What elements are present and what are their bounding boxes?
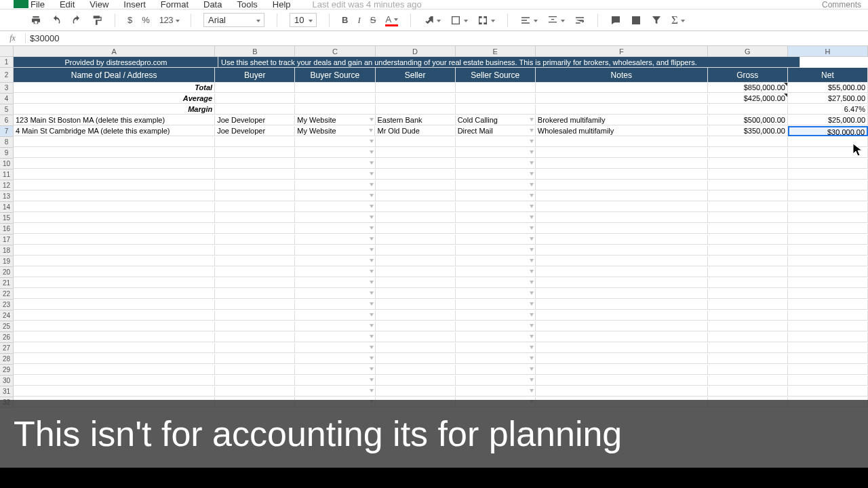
- cell[interactable]: Seller Source: [456, 68, 536, 83]
- strikethrough-button[interactable]: S: [370, 15, 376, 25]
- cell[interactable]: [14, 321, 215, 331]
- cell[interactable]: [14, 202, 215, 212]
- cell[interactable]: [376, 213, 456, 223]
- cell[interactable]: [708, 180, 788, 190]
- cell[interactable]: [295, 386, 375, 396]
- cell[interactable]: [215, 256, 295, 266]
- cell[interactable]: [788, 159, 868, 169]
- cell[interactable]: [376, 321, 456, 331]
- text-color-button[interactable]: A: [385, 14, 398, 26]
- dropdown-icon[interactable]: [530, 150, 534, 154]
- cell[interactable]: [708, 104, 788, 115]
- dropdown-icon[interactable]: [370, 389, 374, 392]
- cell[interactable]: [708, 235, 788, 245]
- cell[interactable]: [708, 137, 788, 147]
- italic-button[interactable]: I: [357, 15, 360, 26]
- cell[interactable]: [215, 332, 295, 342]
- menu-file[interactable]: File: [31, 0, 45, 9]
- row-header[interactable]: 7: [0, 126, 14, 137]
- cell[interactable]: [708, 365, 788, 375]
- cell[interactable]: [456, 310, 536, 321]
- cell[interactable]: [295, 300, 375, 310]
- row-header[interactable]: 15: [0, 213, 14, 224]
- cell[interactable]: [295, 202, 375, 212]
- cell[interactable]: [788, 332, 868, 342]
- cell[interactable]: $350,000.00: [708, 126, 788, 136]
- cell[interactable]: [456, 300, 536, 310]
- cell[interactable]: Margin: [14, 104, 215, 115]
- cell[interactable]: [376, 83, 456, 93]
- borders-icon[interactable]: [450, 15, 468, 26]
- dropdown-icon[interactable]: [530, 118, 534, 121]
- cell[interactable]: [376, 300, 456, 310]
- cell[interactable]: [376, 148, 456, 158]
- cell[interactable]: [295, 256, 375, 266]
- cell[interactable]: [14, 180, 215, 190]
- cell[interactable]: [295, 191, 375, 201]
- row-header[interactable]: 27: [0, 343, 14, 354]
- menu-tools[interactable]: Tools: [237, 0, 257, 9]
- dropdown-icon[interactable]: [530, 161, 534, 165]
- insert-comment-icon[interactable]: [610, 15, 621, 26]
- cell[interactable]: [708, 278, 788, 288]
- dropdown-icon[interactable]: [370, 302, 374, 306]
- dropdown-icon[interactable]: [530, 302, 534, 306]
- dropdown-icon[interactable]: [530, 216, 534, 219]
- cell[interactable]: [14, 300, 215, 310]
- cell[interactable]: [536, 365, 708, 375]
- cell[interactable]: [788, 180, 868, 190]
- cell[interactable]: [456, 321, 536, 331]
- cell[interactable]: [295, 332, 375, 342]
- cell[interactable]: [456, 191, 536, 201]
- cell[interactable]: [295, 148, 375, 158]
- cell[interactable]: [215, 386, 295, 396]
- cell[interactable]: [788, 300, 868, 310]
- cell[interactable]: [536, 137, 708, 147]
- cell[interactable]: Notes: [536, 68, 708, 83]
- cell[interactable]: [295, 137, 375, 147]
- dropdown-icon[interactable]: [530, 237, 534, 241]
- cell[interactable]: [215, 289, 295, 299]
- cell[interactable]: Use this sheet to track your deals and g…: [218, 57, 800, 68]
- row-header[interactable]: 17: [0, 235, 14, 245]
- cell[interactable]: [215, 310, 295, 321]
- dropdown-icon[interactable]: [530, 357, 534, 360]
- dropdown-icon[interactable]: [370, 216, 374, 219]
- col-header-b[interactable]: B: [215, 46, 295, 56]
- cell[interactable]: [536, 375, 708, 386]
- cell[interactable]: [708, 289, 788, 299]
- cell[interactable]: [14, 386, 215, 396]
- dropdown-icon[interactable]: [370, 291, 374, 295]
- cell[interactable]: [536, 332, 708, 342]
- row-header[interactable]: 5: [0, 104, 14, 115]
- cell[interactable]: [14, 235, 215, 245]
- paint-format-icon[interactable]: [92, 15, 102, 26]
- cell[interactable]: Eastern Bank: [376, 115, 456, 125]
- cell[interactable]: [456, 83, 536, 93]
- cell[interactable]: [376, 289, 456, 299]
- cell[interactable]: [708, 375, 788, 386]
- dropdown-icon[interactable]: [530, 248, 534, 251]
- dropdown-icon[interactable]: [370, 226, 374, 230]
- cell[interactable]: My Website: [295, 126, 375, 136]
- row-header[interactable]: 25: [0, 321, 14, 332]
- cell[interactable]: [376, 224, 456, 234]
- cell[interactable]: [536, 386, 708, 396]
- cell[interactable]: [376, 159, 456, 169]
- cell[interactable]: [215, 321, 295, 331]
- dropdown-icon[interactable]: [370, 346, 374, 349]
- cell[interactable]: [708, 321, 788, 331]
- dropdown-icon[interactable]: [370, 205, 374, 208]
- row-header[interactable]: 3: [0, 83, 14, 94]
- cell[interactable]: [215, 180, 295, 190]
- cell[interactable]: [708, 310, 788, 321]
- cell[interactable]: [14, 310, 215, 321]
- cell[interactable]: [708, 343, 788, 353]
- cell[interactable]: [215, 159, 295, 169]
- cell[interactable]: [536, 180, 708, 190]
- cell[interactable]: [456, 137, 536, 147]
- cell[interactable]: [376, 94, 456, 104]
- cell[interactable]: [788, 289, 868, 299]
- menu-help[interactable]: Help: [273, 0, 291, 9]
- cell[interactable]: [295, 289, 375, 299]
